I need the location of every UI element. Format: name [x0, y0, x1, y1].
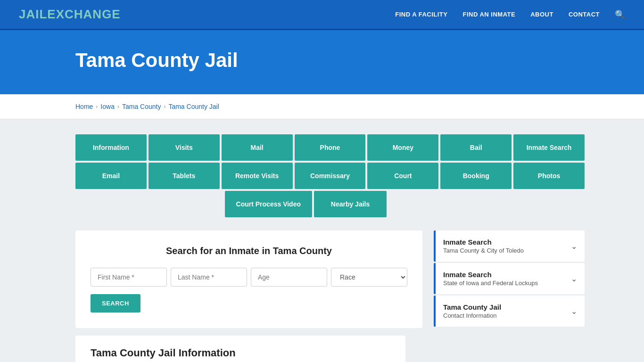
- btn-remote-visits[interactable]: Remote Visits: [222, 163, 293, 189]
- sidebar-title-1: Inmate Search: [443, 238, 524, 246]
- breadcrumb-tama-county-jail[interactable]: Tama County Jail: [168, 103, 219, 110]
- btn-tablets[interactable]: Tablets: [149, 163, 220, 189]
- logo-exchange: EXCHANGE: [47, 7, 120, 21]
- sidebar-contact-info[interactable]: Tama County Jail Contact Information ⌄: [434, 296, 585, 327]
- nav-find-inmate[interactable]: FIND AN INMATE: [462, 11, 515, 18]
- first-name-input[interactable]: [91, 268, 167, 287]
- btn-nearby-jails[interactable]: Nearby Jails: [314, 191, 387, 217]
- last-name-input[interactable]: [171, 268, 247, 287]
- search-fields: Race White Black Hispanic Asian Native A…: [91, 268, 407, 287]
- btn-information[interactable]: Information: [75, 134, 147, 161]
- btn-booking[interactable]: Booking: [440, 163, 512, 189]
- sidebar-title-3: Tama County Jail: [443, 303, 501, 311]
- btn-mail[interactable]: Mail: [222, 134, 293, 161]
- chevron-down-icon-3: ⌄: [571, 307, 577, 316]
- bottom-section: Tama County Jail Information: [75, 336, 405, 362]
- search-button[interactable]: SEARCH: [91, 294, 140, 313]
- btn-visits[interactable]: Visits: [149, 134, 220, 161]
- sidebar-sub-1: Tama County & City of Toledo: [443, 247, 524, 254]
- btn-phone[interactable]: Phone: [295, 134, 366, 161]
- breadcrumb: Home › Iowa › Tama County › Tama County …: [75, 103, 625, 110]
- button-grid-row2: Email Tablets Remote Visits Commissary C…: [75, 163, 585, 189]
- race-select[interactable]: Race White Black Hispanic Asian Native A…: [331, 268, 407, 287]
- search-box: Search for an Inmate in Tama County Race…: [75, 230, 422, 328]
- chevron-icon-1: ›: [96, 103, 98, 110]
- btn-commissary[interactable]: Commissary: [295, 163, 366, 189]
- search-title: Search for an Inmate in Tama County: [91, 246, 407, 256]
- btn-court-process-video[interactable]: Court Process Video: [225, 191, 312, 217]
- nav-about[interactable]: ABOUT: [530, 11, 553, 18]
- btn-court[interactable]: Court: [367, 163, 438, 189]
- lower-section: Search for an Inmate in Tama County Race…: [75, 230, 585, 328]
- hero-section: Tama County Jail: [0, 30, 644, 94]
- chevron-down-icon-2: ⌄: [571, 274, 577, 283]
- sidebar-sub-3: Contact Information: [443, 312, 501, 319]
- logo[interactable]: JAILEXCHANGE: [19, 7, 121, 22]
- bottom-section-title: Tama County Jail Information: [91, 347, 390, 359]
- logo-jail: JAIL: [19, 7, 47, 21]
- main-nav: FIND A FACILITY FIND AN INMATE ABOUT CON…: [395, 9, 625, 20]
- age-input[interactable]: [251, 268, 327, 287]
- search-icon[interactable]: 🔍: [615, 9, 625, 20]
- chevron-icon-3: ›: [164, 103, 165, 110]
- nav-find-facility[interactable]: FIND A FACILITY: [395, 11, 447, 18]
- button-grid-row3: Court Process Video Nearby Jails: [75, 191, 625, 217]
- header: JAILEXCHANGE FIND A FACILITY FIND AN INM…: [0, 0, 644, 30]
- sidebar-inmate-search-iowa[interactable]: Inmate Search State of Iowa and Federal …: [434, 263, 585, 294]
- btn-email[interactable]: Email: [75, 163, 147, 189]
- btn-bail[interactable]: Bail: [440, 134, 512, 161]
- chevron-icon-2: ›: [117, 103, 119, 110]
- btn-photos[interactable]: Photos: [513, 163, 585, 189]
- breadcrumb-iowa[interactable]: Iowa: [100, 103, 115, 110]
- page-title: Tama County Jail: [75, 49, 625, 72]
- sidebar-title-2: Inmate Search: [443, 271, 538, 279]
- chevron-down-icon-1: ⌄: [571, 242, 577, 251]
- btn-money[interactable]: Money: [367, 134, 438, 161]
- button-grid-row1: Information Visits Mail Phone Money Bail…: [75, 134, 585, 161]
- sidebar-sub-2: State of Iowa and Federal Lockups: [443, 280, 538, 287]
- nav-contact[interactable]: CONTACT: [569, 11, 600, 18]
- main-content: Information Visits Mail Phone Money Bail…: [0, 119, 644, 362]
- sidebar: Inmate Search Tama County & City of Tole…: [434, 230, 585, 328]
- sidebar-inmate-search-tama[interactable]: Inmate Search Tama County & City of Tole…: [434, 230, 585, 262]
- breadcrumb-tama-county[interactable]: Tama County: [122, 103, 161, 110]
- btn-inmate-search[interactable]: Inmate Search: [513, 134, 585, 161]
- breadcrumb-home[interactable]: Home: [75, 103, 93, 110]
- breadcrumb-bar: Home › Iowa › Tama County › Tama County …: [0, 94, 644, 119]
